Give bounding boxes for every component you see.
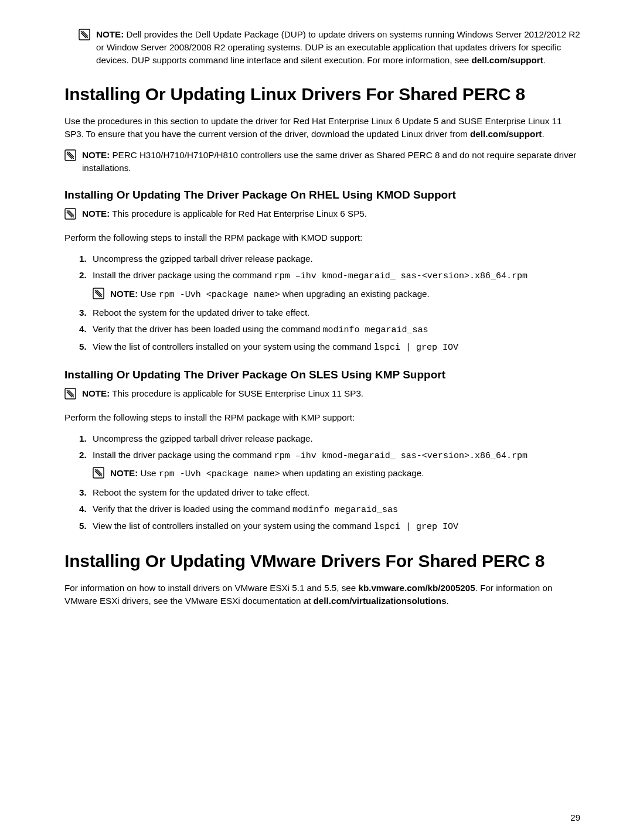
note-label: NOTE:	[110, 289, 138, 299]
note-sles-applicable: NOTE: This procedure is applicable for S…	[64, 387, 580, 403]
step-text: Uncompress the gzipped tarball driver re…	[93, 254, 313, 264]
vmware-text-1: For information on how to install driver…	[64, 583, 358, 593]
linux-intro-tail: .	[542, 129, 544, 139]
note-text: NOTE: Dell provides the Dell Update Pack…	[96, 28, 580, 67]
step-code: modinfo megaraid_sas	[292, 505, 398, 515]
rhel-perform: Perform the following steps to install t…	[64, 231, 580, 244]
note-code: rpm -Uvh <package name>	[159, 469, 280, 479]
step-code: modinfo megaraid_sas	[323, 325, 428, 335]
sles-step-5: View the list of controllers installed o…	[89, 520, 580, 534]
note-icon	[64, 388, 76, 403]
step-code: rpm –ihv kmod-megaraid_ sas-<version>.x8…	[274, 451, 528, 461]
note-text: NOTE: This procedure is applicable for S…	[82, 387, 580, 403]
rhel-step-3: Reboot the system for the updated driver…	[89, 306, 580, 319]
note-label: NOTE:	[110, 468, 138, 478]
vmware-link-1: kb.vmware.com/kb/2005205	[358, 583, 475, 593]
step-code: lspci | grep IOV	[374, 343, 458, 353]
page-number: 29	[570, 812, 580, 822]
note-icon	[93, 467, 104, 482]
step-text: Uncompress the gzipped tarball driver re…	[93, 433, 313, 443]
note-icon	[64, 208, 76, 223]
note-body-b: when upgrading an existing package.	[280, 289, 430, 299]
vmware-text-3: .	[447, 596, 449, 606]
note-body-a: Use	[140, 468, 158, 478]
note-link: dell.com/support	[471, 55, 543, 65]
rhel-step-2: Install the driver package using the com…	[89, 269, 580, 303]
note-label: NOTE:	[82, 150, 110, 160]
step-code: lspci | grep IOV	[374, 522, 458, 532]
note-label: NOTE:	[82, 388, 110, 398]
note-text: NOTE: This procedure is applicable for R…	[82, 207, 580, 223]
rhel-step-4: Verify that the driver has been loaded u…	[89, 323, 580, 337]
linux-intro: Use the procedures in this section to up…	[64, 115, 580, 141]
heading-sles: Installing Or Updating The Driver Packag…	[64, 368, 580, 381]
sles-step-2: Install the driver package using the com…	[89, 449, 580, 483]
note-text: NOTE: PERC H310/H710/H710P/H810 controll…	[82, 149, 580, 175]
sles-steps: Uncompress the gzipped tarball driver re…	[64, 432, 580, 534]
step-text: Verify that the driver is loaded using t…	[93, 504, 292, 514]
note-label: NOTE:	[96, 29, 124, 39]
note-body: This procedure is applicable for SUSE En…	[112, 388, 363, 398]
note-text: NOTE: Use rpm -Uvh <package name> when u…	[110, 467, 424, 481]
sles-step-4: Verify that the driver is loaded using t…	[89, 503, 580, 517]
step-text: Install the driver package using the com…	[93, 450, 274, 460]
heading-vmware: Installing Or Updating VMware Drivers Fo…	[64, 551, 580, 571]
step-text: Verify that the driver has been loaded u…	[93, 324, 323, 334]
step-code: rpm –ihv kmod-megaraid_ sas-<version>.x8…	[274, 271, 528, 281]
linux-intro-link: dell.com/support	[470, 129, 542, 139]
vmware-link-2: dell.com/virtualizationsolutions	[314, 596, 447, 606]
note-tail: .	[543, 55, 546, 65]
rhel-step-5: View the list of controllers installed o…	[89, 340, 580, 354]
step-text: Reboot the system for the updated driver…	[93, 487, 309, 497]
heading-linux: Installing Or Updating Linux Drivers For…	[64, 84, 580, 104]
step-text: Reboot the system for the updated driver…	[93, 308, 309, 317]
note-dup: NOTE: Dell provides the Dell Update Pack…	[79, 28, 580, 67]
note-rhel-applicable: NOTE: This procedure is applicable for R…	[64, 207, 580, 223]
note-text: NOTE: Use rpm -Uvh <package name> when u…	[110, 288, 430, 302]
note-upgrade-package: NOTE: Use rpm -Uvh <package name> when u…	[93, 288, 580, 303]
sles-perform: Perform the following steps to install t…	[64, 411, 580, 424]
sles-step-3: Reboot the system for the updated driver…	[89, 486, 580, 499]
rhel-step-1: Uncompress the gzipped tarball driver re…	[89, 252, 580, 265]
vmware-body: For information on how to install driver…	[64, 582, 580, 607]
note-label: NOTE:	[82, 209, 110, 218]
document-page: NOTE: Dell provides the Dell Update Pack…	[0, 0, 633, 840]
note-body: This procedure is applicable for Red Hat…	[112, 209, 367, 218]
note-icon	[93, 288, 104, 303]
note-perc-controllers: NOTE: PERC H310/H710/H710P/H810 controll…	[64, 149, 580, 175]
note-body-a: Use	[140, 289, 158, 299]
note-body: PERC H310/H710/H710P/H810 controllers us…	[82, 150, 576, 173]
note-code: rpm -Uvh <package name>	[159, 290, 280, 300]
note-body-b: when updating an existing package.	[280, 468, 424, 478]
sles-step-1: Uncompress the gzipped tarball driver re…	[89, 432, 580, 445]
step-text: View the list of controllers installed o…	[93, 342, 374, 351]
step-text: View the list of controllers installed o…	[93, 521, 374, 531]
note-update-package: NOTE: Use rpm -Uvh <package name> when u…	[93, 467, 580, 482]
note-icon	[79, 29, 90, 67]
note-icon	[64, 149, 76, 175]
step-text: Install the driver package using the com…	[93, 270, 274, 280]
heading-rhel: Installing Or Updating The Driver Packag…	[64, 189, 580, 202]
rhel-steps: Uncompress the gzipped tarball driver re…	[64, 252, 580, 354]
